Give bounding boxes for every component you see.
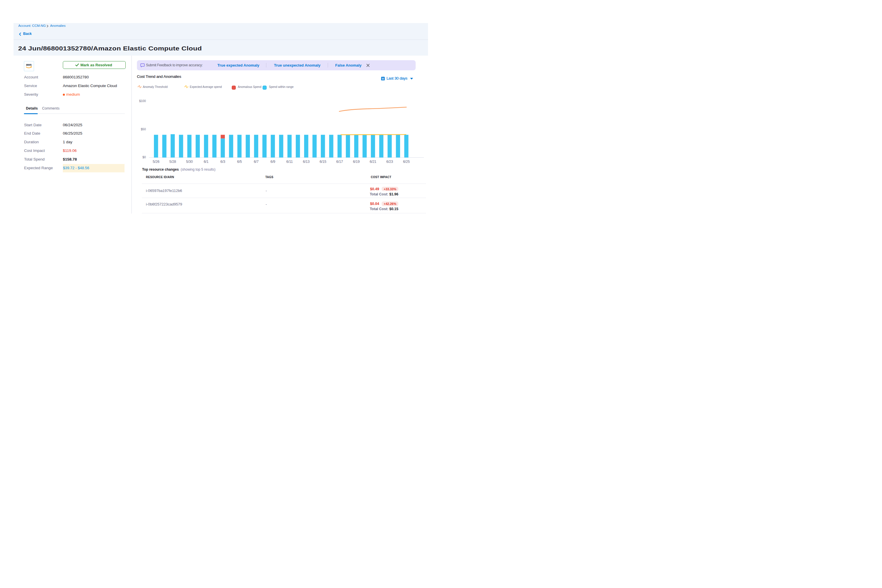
svg-text:6/21: 6/21 xyxy=(369,160,376,164)
svg-text:6/11: 6/11 xyxy=(286,160,293,164)
svg-text:6/17: 6/17 xyxy=(336,160,343,164)
svg-text:6/3: 6/3 xyxy=(220,160,225,164)
svg-text:6/9: 6/9 xyxy=(270,160,275,164)
svg-text:5/28: 5/28 xyxy=(170,160,176,164)
svg-text:$50: $50 xyxy=(141,128,146,131)
svg-text:6/13: 6/13 xyxy=(303,160,310,164)
svg-text:$0: $0 xyxy=(142,155,146,159)
svg-text:5/26: 5/26 xyxy=(153,160,159,164)
svg-text:$100: $100 xyxy=(139,99,146,103)
svg-text:6/1: 6/1 xyxy=(204,160,208,164)
svg-text:6/7: 6/7 xyxy=(254,160,258,164)
svg-text:aws: aws xyxy=(26,63,32,66)
svg-text:6/23: 6/23 xyxy=(386,160,393,164)
svg-text:6/25: 6/25 xyxy=(403,160,410,164)
svg-text:6/15: 6/15 xyxy=(320,160,326,164)
svg-text:6/19: 6/19 xyxy=(353,160,359,164)
svg-text:6/5: 6/5 xyxy=(237,160,242,164)
svg-text:5/30: 5/30 xyxy=(186,160,192,164)
